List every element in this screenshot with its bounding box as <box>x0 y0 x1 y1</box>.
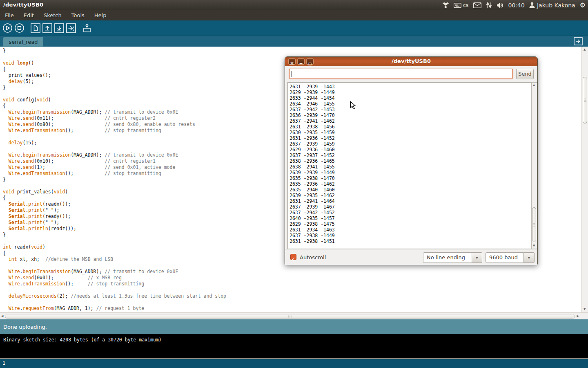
build-console: Binary sketch size: 4208 bytes (of a 307… <box>0 334 588 358</box>
serial-send-input[interactable] <box>289 69 513 79</box>
mouse-cursor <box>350 101 356 112</box>
network-updown-icon[interactable] <box>486 2 492 8</box>
open-button[interactable] <box>42 22 53 34</box>
serial-data-line: 2637 -2941 -1462 <box>290 118 531 124</box>
serial-data-line: 2637 -2937 -1452 <box>290 153 531 158</box>
code-line: } <box>3 48 226 54</box>
code-line: Serial.print(" "); <box>3 220 226 226</box>
menu-item-sketch[interactable]: Sketch <box>44 12 62 18</box>
scroll-left-icon[interactable]: ◀ <box>1 315 3 318</box>
new-sketch-button[interactable] <box>30 22 41 34</box>
menu-item-help[interactable]: Help <box>94 12 107 18</box>
stop-button[interactable] <box>14 22 25 34</box>
code-line: int readx(void) <box>3 244 226 250</box>
code-line <box>3 91 226 97</box>
upload-button[interactable] <box>65 22 76 34</box>
code-line: Serial.print(" "); <box>3 207 226 213</box>
baud-rate-select[interactable]: 9600 baud <box>486 252 524 263</box>
code-line: } <box>3 85 226 91</box>
code-line: Wire.requestFrom(MAG_ADDR, 1); // reques… <box>3 305 226 312</box>
code-line: void loop() <box>3 60 226 66</box>
serial-data-line: 2637 -2938 -1449 <box>290 233 531 238</box>
code-line: Serial.print(ready()); <box>3 213 226 220</box>
editor-hscroll-thumb[interactable] <box>5 314 575 319</box>
serial-data-line: 2636 -2939 -1470 <box>290 112 531 118</box>
code-line: { <box>3 66 226 72</box>
code-line: { <box>3 103 226 109</box>
status-message: Done uploading. <box>3 324 47 330</box>
serial-data-line: 2629 -2938 -1475 <box>290 221 531 227</box>
status-bar: Done uploading. <box>0 319 588 334</box>
code-line: Wire.send(0x01); // x MSB reg <box>3 275 226 281</box>
serial-data-line: 2638 -2941 -1455 <box>290 164 531 170</box>
keyboard-icon[interactable] <box>454 2 461 8</box>
serial-monitor-controls: Autoscroll No line ending 9600 baud <box>285 249 537 265</box>
code-line: int xl, xh; //define the MSB and LSB <box>3 256 226 263</box>
code-line: delayMicroseconds(2); //needs at least 1… <box>3 293 226 299</box>
scroll-right-icon[interactable]: ▶ <box>577 315 579 318</box>
serial-output-area[interactable]: 2631 -2939 -14432629 -2939 -14492633 -29… <box>287 82 531 249</box>
keyboard-layout-indicator[interactable]: cs <box>463 2 469 8</box>
panel-window-title: /dev/ttyUSB0 <box>3 2 43 8</box>
baud-rate-dropdown-icon[interactable] <box>524 252 535 263</box>
serial-vertical-scrollbar[interactable]: ▲ ▼ <box>531 82 537 249</box>
tab-serial-read[interactable]: serial_read <box>3 37 43 47</box>
scroll-down-icon[interactable]: ▼ <box>533 245 535 247</box>
editor-vertical-scrollbar[interactable]: ▲ ▼ <box>581 47 588 312</box>
serial-monitor-button[interactable] <box>81 22 92 34</box>
menu-item-file[interactable]: File <box>5 12 14 18</box>
code-line: } <box>3 177 226 183</box>
code-line: void print_values(void) <box>3 189 226 195</box>
system-tray: cs 00:40 Jakub Kakona ⚙ <box>442 0 586 10</box>
serial-data-line: 2637 -2939 -1467 <box>290 204 531 210</box>
serial-data-line: 2635 -2938 -1470 <box>290 175 531 181</box>
dropbox-icon[interactable] <box>442 2 449 9</box>
serial-data-line: 2639 -2939 -1449 <box>290 170 531 175</box>
mail-icon[interactable] <box>473 2 481 8</box>
code-line: Wire.endTransmission(); // stop transmit… <box>3 171 226 177</box>
code-line: Wire.send(0x10); // cntrl register1 <box>3 158 226 164</box>
serial-data-line: 2637 -2939 -1459 <box>290 141 531 147</box>
code-line: { <box>3 195 226 201</box>
console-text: Binary sketch size: 4208 bytes (of a 307… <box>3 337 162 343</box>
code-line <box>3 263 226 269</box>
serial-monitor-window: /dev/ttyUSB0 Send 2631 -2939 -14432629 -… <box>285 56 538 265</box>
username[interactable]: Jakub Kakona <box>537 2 575 9</box>
code-line: Wire.send(0x11); // cntrl register2 <box>3 115 226 121</box>
scroll-up-icon[interactable]: ▲ <box>584 48 586 51</box>
line-ending-select[interactable]: No line ending <box>423 252 472 263</box>
serial-data-line: 2631 -2939 -1443 <box>290 84 531 90</box>
code-line <box>3 287 226 293</box>
editor-horizontal-scrollbar[interactable]: ◀ ▶ <box>0 312 588 319</box>
serial-monitor-titlebar[interactable]: /dev/ttyUSB0 <box>285 57 537 66</box>
autoscroll-checkbox[interactable] <box>290 254 296 260</box>
menu-item-tools[interactable]: Tools <box>71 12 85 18</box>
volume-icon[interactable] <box>497 2 504 8</box>
text-caret <box>292 71 292 77</box>
line-ending-dropdown-icon[interactable] <box>472 252 482 263</box>
toolbar <box>0 20 588 36</box>
tab-menu-button[interactable] <box>574 37 583 47</box>
code-line: Serial.print(readx()); <box>3 201 226 207</box>
save-button[interactable] <box>53 22 65 34</box>
serial-data-line: 2631 -2941 -1464 <box>290 198 531 204</box>
clock[interactable]: 00:40 <box>508 2 525 9</box>
menu-item-edit[interactable]: Edit <box>24 12 34 18</box>
editor-vscroll-thumb[interactable] <box>583 77 587 123</box>
serial-vscroll-thumb[interactable] <box>532 207 536 242</box>
verify-button[interactable] <box>2 22 13 34</box>
code-line: Wire.send(1); // send 0x01, active mode <box>3 164 226 171</box>
scroll-down-icon[interactable]: ▼ <box>584 308 586 311</box>
serial-data-line: 2631 -2934 -1463 <box>290 227 531 233</box>
code-text: }void loop(){ print_values(); delay(5);}… <box>3 48 226 312</box>
scroll-up-icon[interactable]: ▲ <box>533 84 535 87</box>
code-line: Serial.println(readz()); <box>3 226 226 232</box>
session-gear-icon[interactable]: ⚙ <box>580 2 586 9</box>
send-button[interactable]: Send <box>516 69 534 79</box>
code-line: delay(15); <box>3 140 226 146</box>
serial-data-line: 2631 -2938 -1451 <box>290 238 531 244</box>
code-line: } <box>3 232 226 238</box>
serial-data-line: 2633 -2944 -1454 <box>290 95 531 101</box>
user-icon <box>529 2 535 8</box>
code-line <box>3 299 226 305</box>
